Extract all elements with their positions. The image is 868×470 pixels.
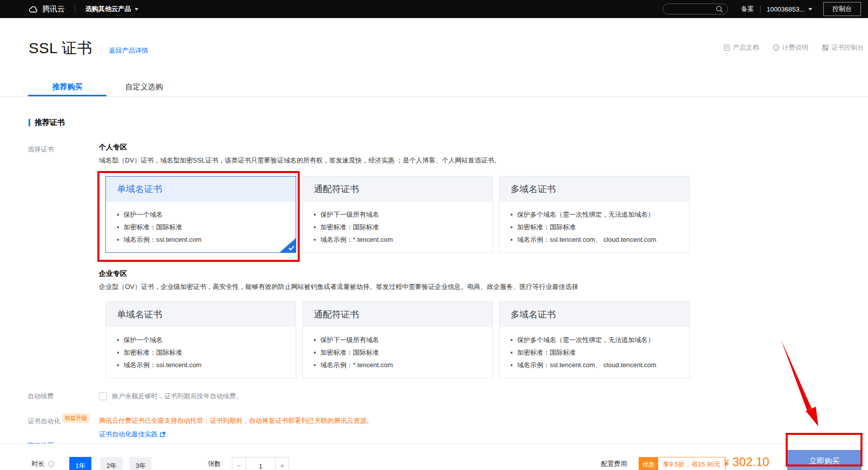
- card-feature: 保护一个域名: [117, 334, 287, 346]
- bullet-icon: [314, 352, 316, 354]
- logo-text: 腾讯云: [42, 5, 65, 14]
- bullet-icon: [314, 214, 316, 216]
- cert-card-wildcard[interactable]: 通配符证书 保护下一级所有域名 加密标准：国际标准 域名示例：*.tencent…: [302, 176, 493, 253]
- bullet-icon: [117, 352, 119, 354]
- navbar-divider: [760, 6, 761, 13]
- cert-card-single-domain[interactable]: 单域名证书 保护一个域名 加密标准：国际标准 域名示例：ssl.tencent.…: [105, 176, 296, 253]
- grid-icon: [822, 44, 831, 51]
- card-title: 单域名证书: [117, 183, 162, 195]
- card-feature: 保护一个域名: [117, 208, 287, 221]
- navbar-divider: [75, 5, 75, 13]
- card-title: 通配符证书: [314, 308, 359, 321]
- billing-info-label: 计费说明: [782, 43, 808, 52]
- card-feature: 域名示例：ssl.tencent.com、 cloud.tencent.com: [511, 233, 680, 246]
- discount-badge: 优惠 享9.5折，省15.90元: [639, 457, 726, 470]
- purchase-footer-bar: 时长 1年 2年 3年 张数 − + 配置费用 优惠 享9.5折，省15.90元…: [0, 443, 868, 470]
- quantity-input[interactable]: [246, 457, 275, 470]
- cert-card-multi-domain-ov[interactable]: 多域名证书 保护多个域名（需一次性绑定，无法追加域名） 加密标准：国际标准 域名…: [499, 301, 690, 378]
- card-feature: 域名示例：*.tencent.com: [314, 233, 483, 246]
- discount-text: 享9.5折，省15.90元: [658, 457, 725, 470]
- chevron-down-icon: [135, 8, 139, 11]
- card-feature: 加密标准：国际标准: [314, 221, 483, 233]
- search-input[interactable]: [669, 6, 715, 13]
- cert-console-link[interactable]: 证书控制台: [822, 43, 864, 52]
- card-feature: 加密标准：国际标准: [117, 346, 287, 359]
- card-feature: 保护多个域名（需一次性绑定，无法追加域名）: [511, 208, 680, 221]
- section-title: 推荐证书: [35, 118, 65, 127]
- account-menu[interactable]: 100036853...: [767, 6, 812, 13]
- other-products-label: 选购其他云产品: [85, 5, 131, 14]
- personal-zone-title: 个人专区: [99, 143, 696, 152]
- enterprise-zone-title: 企业专区: [99, 269, 696, 278]
- console-button[interactable]: 控制台: [823, 2, 861, 16]
- duration-option-1year[interactable]: 1年: [69, 457, 91, 470]
- bullet-icon: [511, 364, 513, 366]
- duration-label: 时长: [32, 459, 45, 468]
- tencent-cloud-logo[interactable]: 腾讯云: [28, 5, 65, 14]
- cert-card-multi-domain[interactable]: 多域名证书 保护多个域名（需一次性绑定，无法追加域名） 加密标准：国际标准 域名…: [499, 176, 690, 253]
- bullet-icon: [511, 239, 513, 241]
- page-title: SSL 证书: [29, 38, 92, 59]
- cost-label: 配置费用: [601, 459, 627, 468]
- bullet-icon: [117, 214, 119, 216]
- product-docs-link[interactable]: 产品文档: [723, 43, 759, 52]
- bullet-icon: [511, 352, 513, 354]
- duration-option-2year[interactable]: 2年: [100, 457, 122, 470]
- other-products-menu[interactable]: 选购其他云产品: [85, 5, 139, 14]
- card-title: 通配符证书: [314, 183, 359, 195]
- header-doc-links: 产品文档 计费说明 证书控制台: [710, 43, 864, 52]
- bullet-icon: [117, 226, 119, 228]
- section-accent-bar: [29, 119, 30, 126]
- card-title: 单域名证书: [117, 308, 162, 321]
- card-feature: 保护多个域名（需一次性绑定，无法追加域名）: [511, 334, 680, 346]
- tab-recommended[interactable]: 推荐购买: [28, 79, 106, 96]
- info-icon: [773, 44, 782, 51]
- chevron-down-icon: [808, 8, 812, 11]
- card-feature: 加密标准：国际标准: [511, 221, 680, 233]
- auto-renew-label: 自动续费: [28, 392, 99, 401]
- bullet-icon: [511, 226, 513, 228]
- bullet-icon: [314, 239, 316, 241]
- beian-link[interactable]: 备案: [741, 5, 754, 14]
- back-to-product-link[interactable]: 返回产品详情: [109, 46, 148, 55]
- buy-now-button[interactable]: 立即购买: [787, 450, 861, 470]
- info-icon[interactable]: [48, 460, 55, 467]
- cert-card-single-domain-ov[interactable]: 单域名证书 保护一个域名 加密标准：国际标准 域名示例：ssl.tencent.…: [105, 301, 296, 378]
- bullet-icon: [314, 226, 316, 228]
- price-value: 302.10: [732, 455, 769, 469]
- cert-automation-best-practice-link[interactable]: 证书自动化最佳实践: [99, 430, 373, 439]
- card-feature: 保护下一级所有域名: [314, 334, 483, 346]
- navbar-search[interactable]: [663, 4, 728, 15]
- duration-option-3year[interactable]: 3年: [130, 457, 152, 470]
- bullet-icon: [314, 364, 316, 366]
- bullet-icon: [117, 339, 119, 341]
- purchase-tabs: 推荐购买 自定义选购: [0, 79, 868, 97]
- personal-zone-desc: 域名型（DV）证书，域名型加密SSL证书，该类证书只需要验证域名的所有权，签发速…: [99, 156, 696, 165]
- bullet-icon: [314, 339, 316, 341]
- card-title: 多域名证书: [511, 183, 556, 195]
- quantity-plus-button[interactable]: +: [275, 457, 289, 470]
- cert-automation-label: 证书自动化: [28, 417, 60, 426]
- top-navbar: 腾讯云 选购其他云产品 备案 100036853... 控制台: [0, 0, 868, 18]
- product-docs-label: 产品文档: [733, 43, 759, 52]
- card-feature: 域名示例：*.tencent.com: [314, 359, 483, 371]
- search-icon[interactable]: [715, 5, 723, 13]
- card-feature: 加密标准：国际标准: [511, 346, 680, 359]
- auto-renew-checkbox[interactable]: [99, 392, 107, 400]
- total-price: ¥ 302.10: [724, 455, 769, 469]
- auto-renew-text: 账户余额足够时，证书到期后按年自动续费。: [112, 392, 242, 401]
- cert-automation-link-label: 证书自动化最佳实践: [99, 430, 158, 439]
- billing-info-link[interactable]: 计费说明: [773, 43, 808, 52]
- quantity-stepper: − +: [232, 457, 289, 470]
- quantity-label: 张数: [208, 459, 221, 468]
- discount-tag: 优惠: [639, 457, 658, 470]
- bullet-icon: [117, 364, 119, 366]
- account-id: 100036853...: [767, 6, 805, 13]
- external-link-icon: [158, 431, 166, 437]
- bullet-icon: [511, 214, 513, 216]
- quantity-minus-button[interactable]: −: [232, 457, 246, 470]
- cert-card-wildcard-ov[interactable]: 通配符证书 保护下一级所有域名 加密标准：国际标准 域名示例：*.tencent…: [302, 301, 493, 378]
- card-feature: 保护下一级所有域名: [314, 208, 483, 221]
- tab-custom[interactable]: 自定义选购: [106, 79, 182, 96]
- card-feature: 加密标准：国际标准: [117, 221, 287, 233]
